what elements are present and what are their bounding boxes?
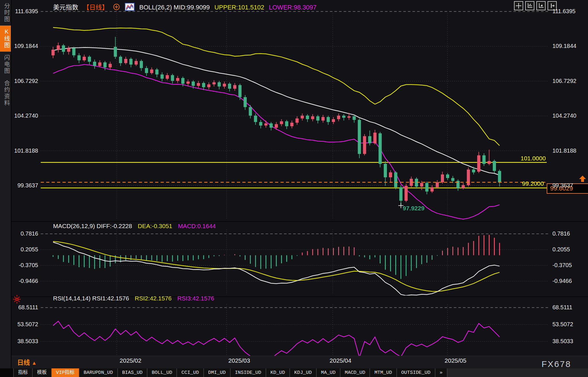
boll-upper-label: UPPER:101.5102 [214,4,264,11]
indicator-tabbar: 指标模板VIP指标BARUPDN_UDBIAS_UDBOLL_UDCCI_UDD… [0,368,588,377]
period-tag[interactable]: 【日线】 [83,4,108,11]
tab-[interactable]: » [435,368,447,377]
macd-macd-label: MACD:0.1644 [178,223,216,229]
axis-label: 104.2740 [8,112,38,119]
tab-KDJ_UD[interactable]: KDJ_UD [289,368,316,377]
axis-label: 53.5072 [552,321,587,328]
period-selector[interactable]: 日线 ▲ [17,357,37,366]
symbol-title: 美元指数 [53,4,78,11]
chart-toolbox [514,1,557,10]
circle-plus-icon[interactable] [113,5,122,12]
axis-label: 0.2055 [552,246,587,253]
month-label: 2025/02 [120,357,141,364]
tab-[interactable]: 指标 [13,368,32,377]
axis-label: 106.7292 [552,78,587,84]
axis-label: 109.1844 [8,43,38,49]
axis-label: 0.2055 [8,246,38,253]
axis-label: -0.9466 [552,278,587,284]
tabbar-spacer [0,368,13,377]
macd-dea-label: DEA:-0.3051 [138,223,172,229]
axis-label: 99.3637 [8,182,38,189]
tab-BOLL_UD[interactable]: BOLL_UD [147,368,176,377]
axis-label: 0.7816 [8,230,38,237]
tab-CCI_UD[interactable]: CCI_UD [176,368,203,377]
axis-label: 109.1844 [552,43,587,49]
rsi1-label: RSI(14,14,14) RSI1:42.1576 [53,295,129,302]
macd-main-label: MACD(26,12,9) DIFF:-0.2228 [53,223,132,229]
axis-label: 0.7816 [552,230,587,237]
boll-lower-label: LOWER:98.3097 [269,4,316,11]
axis-play-icon[interactable] [536,1,546,10]
axis-label: 99.3637 [552,182,587,189]
axis-label: 106.7292 [8,78,38,84]
axis-label: 53.5072 [8,321,38,328]
watermark: FX678 [542,359,571,369]
chart-canvas[interactable] [0,0,588,377]
tab-MACD_UD[interactable]: MACD_UD [340,368,369,377]
hline-992-label: 99.2000 [522,180,544,187]
pan-tool-icon[interactable] [514,1,523,10]
app-window: 分时图K线图闪电图合约资料 美元指数 【日线】 BOLL(26,2) MID:9… [0,0,588,377]
month-label: 2025/04 [330,357,351,364]
tab-KD_UD[interactable]: KD_UD [266,368,289,377]
month-label: 2025/03 [228,357,250,364]
sidebar-item-2[interactable]: 闪电图 [0,52,11,77]
axis-label: 111.6395 [8,8,38,15]
axis-label: 68.5111 [552,304,587,311]
tab-BIAS_UD[interactable]: BIAS_UD [117,368,147,377]
hline-101-label: 101.0000 [521,155,546,162]
rsi2-label: RSI2:42.1576 [135,295,172,302]
mini-chart-icon[interactable] [125,5,136,12]
axis-label: 111.6395 [552,8,587,15]
chart-header: 美元指数 【日线】 BOLL(26,2) MID:99.9099 UPPER:1… [53,2,320,13]
axis-label: -0.9466 [8,278,38,284]
tabbar-filler [447,368,588,377]
axis-label: 38.5033 [8,338,38,345]
tab-INSIDE_UD[interactable]: INSIDE_UD [230,368,266,377]
tab-MA_UD[interactable]: MA_UD [316,368,340,377]
tab-DMI_UD[interactable]: DMI_UD [203,368,230,377]
xaxis-strip [11,356,588,369]
tab-OUTSIDE_UD[interactable]: OUTSIDE_UD [396,368,435,377]
tab-VIP[interactable]: VIP指标 [51,368,79,377]
axis-label: 38.5033 [552,338,587,345]
axis-label: -0.3705 [552,262,587,269]
axis-label: 101.8188 [552,147,587,154]
rsi-header: RSI(14,14,14) RSI1:42.1576 RSI2:42.1576 … [53,295,218,302]
tab-MTM_UD[interactable]: MTM_UD [369,368,396,377]
period-arrow-icon: ▲ [32,360,37,366]
boll-label: BOLL(26,2) MID:99.9099 [139,4,210,11]
rsi3-label: RSI3:42.1576 [177,295,214,302]
axis-label: 68.5111 [8,304,38,311]
tab-BARUPDN_UD[interactable]: BARUPDN_UD [79,368,117,377]
month-label: 2025/05 [445,357,466,364]
axis-bars-icon[interactable] [525,1,534,10]
axis-label: 104.2740 [552,112,587,119]
axis-label: 101.8188 [8,147,38,154]
low-price-label: 97.9229 [403,205,425,212]
tab-[interactable]: 模板 [32,368,51,377]
macd-header: MACD(26,12,9) DIFF:-0.2228 DEA:-0.3051 M… [53,223,220,230]
axis-label: -0.3705 [8,262,38,269]
